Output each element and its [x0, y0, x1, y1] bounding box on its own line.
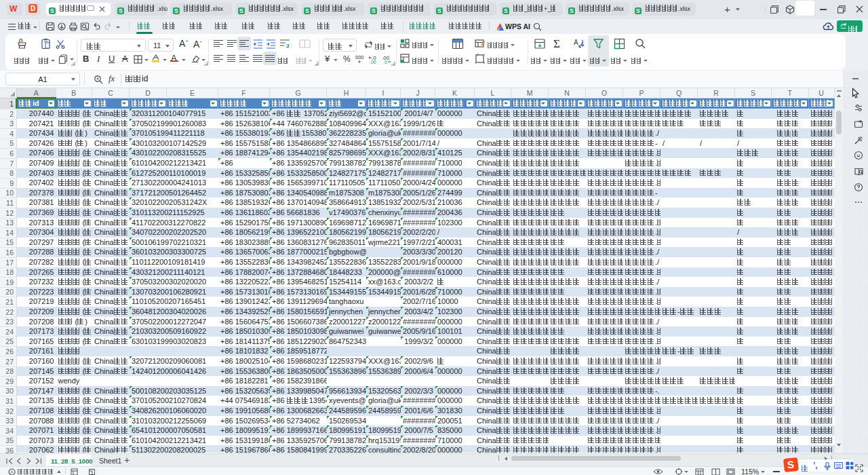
svg-text:000: 000: [355, 54, 364, 60]
svg-text:.00: .00: [370, 60, 376, 64]
svg-text:.0: .0: [383, 60, 387, 64]
svg-text:A: A: [574, 39, 578, 46]
